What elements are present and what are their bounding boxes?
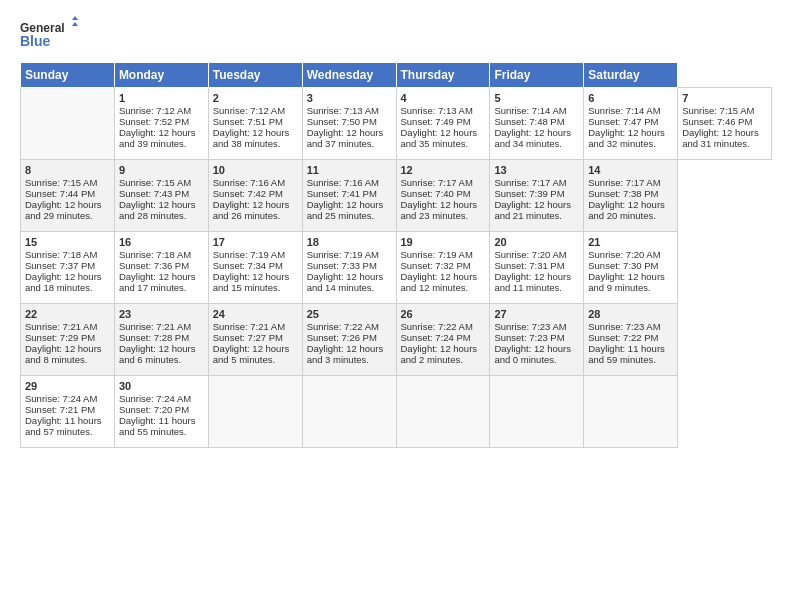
day-number: 14 bbox=[588, 164, 673, 176]
daylight-minutes: and 12 minutes. bbox=[401, 282, 469, 293]
daylight-label: Daylight: 12 hours bbox=[494, 271, 571, 282]
day-number: 27 bbox=[494, 308, 579, 320]
sunset: Sunset: 7:41 PM bbox=[307, 188, 377, 199]
sunrise: Sunrise: 7:20 AM bbox=[588, 249, 660, 260]
daylight-minutes: and 6 minutes. bbox=[119, 354, 181, 365]
sunrise: Sunrise: 7:13 AM bbox=[401, 105, 473, 116]
calendar-cell: 11Sunrise: 7:16 AMSunset: 7:41 PMDayligh… bbox=[302, 160, 396, 232]
daylight-label: Daylight: 11 hours bbox=[588, 343, 665, 354]
svg-marker-2 bbox=[72, 16, 78, 20]
sunset: Sunset: 7:26 PM bbox=[307, 332, 377, 343]
daylight-minutes: and 32 minutes. bbox=[588, 138, 656, 149]
daylight-label: Daylight: 12 hours bbox=[307, 343, 384, 354]
calendar-cell: 6Sunrise: 7:14 AMSunset: 7:47 PMDaylight… bbox=[584, 88, 678, 160]
sunrise: Sunrise: 7:23 AM bbox=[588, 321, 660, 332]
col-header-tuesday: Tuesday bbox=[208, 63, 302, 88]
calendar-cell: 27Sunrise: 7:23 AMSunset: 7:23 PMDayligh… bbox=[490, 304, 584, 376]
daylight-label: Daylight: 12 hours bbox=[119, 271, 196, 282]
daylight-minutes: and 38 minutes. bbox=[213, 138, 281, 149]
sunrise: Sunrise: 7:24 AM bbox=[119, 393, 191, 404]
day-number: 10 bbox=[213, 164, 298, 176]
daylight-minutes: and 20 minutes. bbox=[588, 210, 656, 221]
daylight-label: Daylight: 12 hours bbox=[401, 343, 478, 354]
col-header-monday: Monday bbox=[114, 63, 208, 88]
daylight-minutes: and 59 minutes. bbox=[588, 354, 656, 365]
sunrise: Sunrise: 7:16 AM bbox=[307, 177, 379, 188]
page-header: General Blue bbox=[20, 16, 772, 54]
logo: General Blue bbox=[20, 16, 80, 54]
daylight-minutes: and 31 minutes. bbox=[682, 138, 750, 149]
calendar-cell: 18Sunrise: 7:19 AMSunset: 7:33 PMDayligh… bbox=[302, 232, 396, 304]
daylight-label: Daylight: 12 hours bbox=[588, 199, 665, 210]
sunrise: Sunrise: 7:20 AM bbox=[494, 249, 566, 260]
sunset: Sunset: 7:51 PM bbox=[213, 116, 283, 127]
day-number: 3 bbox=[307, 92, 392, 104]
day-number: 28 bbox=[588, 308, 673, 320]
sunrise: Sunrise: 7:13 AM bbox=[307, 105, 379, 116]
calendar-cell: 19Sunrise: 7:19 AMSunset: 7:32 PMDayligh… bbox=[396, 232, 490, 304]
day-number: 25 bbox=[307, 308, 392, 320]
daylight-minutes: and 9 minutes. bbox=[588, 282, 650, 293]
daylight-label: Daylight: 11 hours bbox=[25, 415, 102, 426]
day-number: 8 bbox=[25, 164, 110, 176]
sunset: Sunset: 7:20 PM bbox=[119, 404, 189, 415]
sunrise: Sunrise: 7:14 AM bbox=[494, 105, 566, 116]
sunset: Sunset: 7:30 PM bbox=[588, 260, 658, 271]
sunrise: Sunrise: 7:19 AM bbox=[401, 249, 473, 260]
calendar-cell: 24Sunrise: 7:21 AMSunset: 7:27 PMDayligh… bbox=[208, 304, 302, 376]
calendar-cell: 20Sunrise: 7:20 AMSunset: 7:31 PMDayligh… bbox=[490, 232, 584, 304]
daylight-label: Daylight: 12 hours bbox=[25, 343, 102, 354]
day-number: 4 bbox=[401, 92, 486, 104]
calendar-cell: 1Sunrise: 7:12 AMSunset: 7:52 PMDaylight… bbox=[114, 88, 208, 160]
sunset: Sunset: 7:39 PM bbox=[494, 188, 564, 199]
daylight-label: Daylight: 12 hours bbox=[401, 271, 478, 282]
sunset: Sunset: 7:44 PM bbox=[25, 188, 95, 199]
calendar-cell: 25Sunrise: 7:22 AMSunset: 7:26 PMDayligh… bbox=[302, 304, 396, 376]
sunset: Sunset: 7:46 PM bbox=[682, 116, 752, 127]
day-number: 13 bbox=[494, 164, 579, 176]
daylight-minutes: and 23 minutes. bbox=[401, 210, 469, 221]
sunrise: Sunrise: 7:17 AM bbox=[401, 177, 473, 188]
calendar-week-5: 29Sunrise: 7:24 AMSunset: 7:21 PMDayligh… bbox=[21, 376, 772, 448]
sunset: Sunset: 7:23 PM bbox=[494, 332, 564, 343]
daylight-label: Daylight: 12 hours bbox=[213, 271, 290, 282]
day-number: 20 bbox=[494, 236, 579, 248]
day-number: 5 bbox=[494, 92, 579, 104]
sunset: Sunset: 7:50 PM bbox=[307, 116, 377, 127]
sunset: Sunset: 7:24 PM bbox=[401, 332, 471, 343]
day-number: 24 bbox=[213, 308, 298, 320]
calendar-cell: 5Sunrise: 7:14 AMSunset: 7:48 PMDaylight… bbox=[490, 88, 584, 160]
daylight-label: Daylight: 12 hours bbox=[213, 343, 290, 354]
calendar-cell: 21Sunrise: 7:20 AMSunset: 7:30 PMDayligh… bbox=[584, 232, 678, 304]
calendar-cell: 14Sunrise: 7:17 AMSunset: 7:38 PMDayligh… bbox=[584, 160, 678, 232]
col-header-sunday: Sunday bbox=[21, 63, 115, 88]
day-number: 22 bbox=[25, 308, 110, 320]
daylight-minutes: and 35 minutes. bbox=[401, 138, 469, 149]
sunrise: Sunrise: 7:22 AM bbox=[401, 321, 473, 332]
col-header-friday: Friday bbox=[490, 63, 584, 88]
sunrise: Sunrise: 7:21 AM bbox=[25, 321, 97, 332]
sunset: Sunset: 7:29 PM bbox=[25, 332, 95, 343]
sunrise: Sunrise: 7:21 AM bbox=[119, 321, 191, 332]
calendar-cell: 28Sunrise: 7:23 AMSunset: 7:22 PMDayligh… bbox=[584, 304, 678, 376]
daylight-label: Daylight: 12 hours bbox=[307, 199, 384, 210]
sunset: Sunset: 7:21 PM bbox=[25, 404, 95, 415]
day-number: 23 bbox=[119, 308, 204, 320]
daylight-minutes: and 0 minutes. bbox=[494, 354, 556, 365]
daylight-minutes: and 15 minutes. bbox=[213, 282, 281, 293]
daylight-minutes: and 29 minutes. bbox=[25, 210, 93, 221]
calendar-cell: 22Sunrise: 7:21 AMSunset: 7:29 PMDayligh… bbox=[21, 304, 115, 376]
day-number: 12 bbox=[401, 164, 486, 176]
day-number: 7 bbox=[682, 92, 767, 104]
calendar-cell: 8Sunrise: 7:15 AMSunset: 7:44 PMDaylight… bbox=[21, 160, 115, 232]
daylight-minutes: and 39 minutes. bbox=[119, 138, 187, 149]
calendar-cell: 15Sunrise: 7:18 AMSunset: 7:37 PMDayligh… bbox=[21, 232, 115, 304]
svg-marker-3 bbox=[72, 22, 78, 26]
sunset: Sunset: 7:34 PM bbox=[213, 260, 283, 271]
sunrise: Sunrise: 7:24 AM bbox=[25, 393, 97, 404]
sunrise: Sunrise: 7:15 AM bbox=[682, 105, 754, 116]
calendar-cell: 3Sunrise: 7:13 AMSunset: 7:50 PMDaylight… bbox=[302, 88, 396, 160]
calendar-table: SundayMondayTuesdayWednesdayThursdayFrid… bbox=[20, 62, 772, 448]
day-number: 30 bbox=[119, 380, 204, 392]
day-number: 11 bbox=[307, 164, 392, 176]
